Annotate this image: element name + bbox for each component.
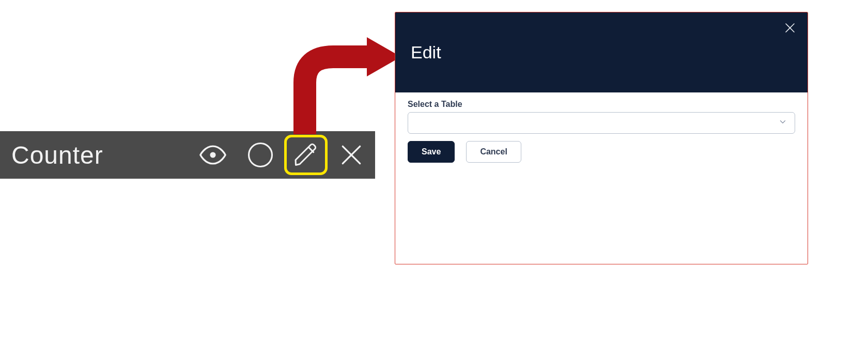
pencil-icon (292, 142, 319, 168)
chevron-down-icon (778, 117, 787, 129)
cancel-button[interactable]: Cancel (466, 141, 521, 163)
edit-dialog: Edit Select a Table Save (395, 12, 808, 264)
view-button[interactable] (189, 131, 237, 179)
dialog-body: Select a Table Save Cancel (395, 92, 808, 175)
save-button-label: Save (422, 147, 441, 156)
callout-arrow (289, 31, 403, 142)
table-select[interactable] (408, 112, 795, 134)
select-table-label: Select a Table (408, 100, 795, 109)
close-icon (338, 142, 364, 168)
dialog-actions: Save Cancel (408, 141, 795, 163)
save-button[interactable]: Save (408, 141, 455, 163)
record-button[interactable] (237, 131, 284, 179)
svg-point-0 (211, 153, 215, 157)
svg-line-2 (308, 147, 313, 152)
dialog-title: Edit (411, 42, 441, 62)
eye-icon (198, 140, 228, 170)
circle-icon (246, 141, 274, 169)
dialog-header: Edit (395, 12, 808, 92)
close-icon (784, 27, 796, 36)
cancel-button-label: Cancel (480, 147, 507, 156)
toolbar-title: Counter (11, 141, 103, 169)
svg-point-1 (249, 144, 272, 167)
dialog-close-button[interactable] (784, 22, 796, 36)
